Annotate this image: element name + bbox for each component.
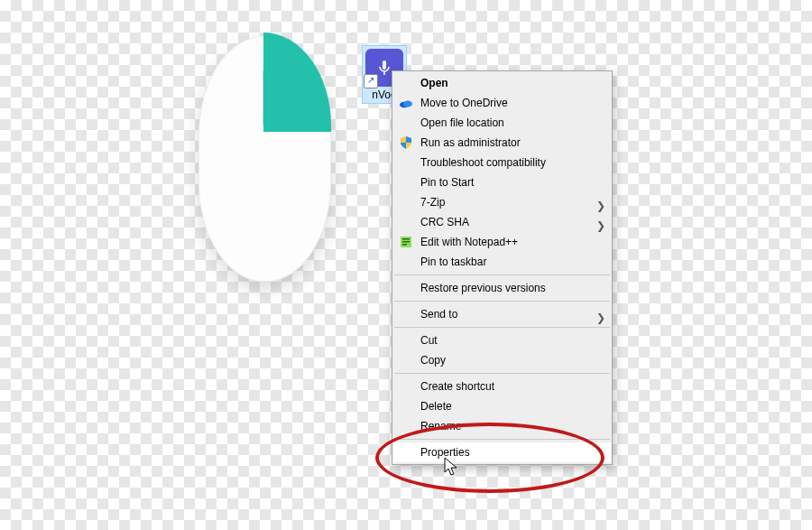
menu-item-send-to[interactable]: Send to ❯	[393, 304, 611, 324]
onedrive-icon	[399, 96, 413, 110]
shield-icon	[399, 135, 413, 150]
menu-item-troubleshoot[interactable]: Troubleshoot compatibility	[393, 153, 611, 172]
menu-item-delete[interactable]: Delete	[393, 396, 611, 416]
menu-separator	[394, 301, 610, 302]
menu-item-run-as-admin[interactable]: Run as administrator	[393, 133, 611, 153]
svg-point-4	[403, 100, 412, 107]
menu-item-copy[interactable]: Copy	[393, 350, 611, 370]
menu-item-crc-sha[interactable]: CRC SHA ❯	[393, 212, 611, 232]
svg-rect-6	[402, 238, 410, 240]
notepadpp-icon	[399, 235, 413, 249]
menu-item-restore-previous[interactable]: Restore previous versions	[393, 278, 611, 298]
menu-item-edit-notepadpp[interactable]: Edit with Notepad++	[393, 232, 611, 252]
menu-item-pin-to-start[interactable]: Pin to Start	[393, 172, 611, 192]
chevron-right-icon: ❯	[596, 308, 605, 328]
menu-item-open[interactable]: Open	[393, 73, 611, 93]
menu-separator	[394, 373, 610, 374]
svg-rect-1	[383, 60, 386, 70]
context-menu: Open Move to OneDrive Open file location…	[392, 70, 613, 465]
menu-item-open-file-location[interactable]: Open file location	[393, 113, 611, 133]
menu-separator	[394, 327, 610, 328]
svg-rect-7	[402, 241, 410, 243]
menu-item-rename[interactable]: Rename	[393, 416, 611, 436]
menu-item-create-shortcut[interactable]: Create shortcut	[393, 377, 611, 396]
menu-separator	[394, 439, 610, 440]
menu-item-pin-to-taskbar[interactable]: Pin to taskbar	[393, 252, 611, 272]
menu-item-properties[interactable]: Properties	[393, 442, 611, 462]
menu-item-move-to-onedrive[interactable]: Move to OneDrive	[393, 93, 611, 113]
mouse-graphic	[198, 36, 329, 289]
shortcut-overlay-icon: ↗	[364, 74, 378, 88]
menu-item-cut[interactable]: Cut	[393, 330, 611, 350]
svg-rect-8	[402, 244, 407, 246]
menu-item-7zip[interactable]: 7-Zip ❯	[393, 192, 611, 212]
menu-separator	[394, 274, 610, 275]
